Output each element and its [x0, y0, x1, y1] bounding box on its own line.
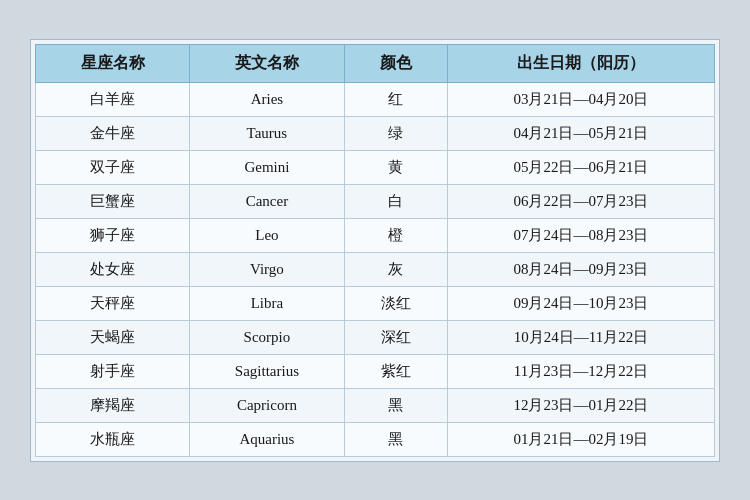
cell-chinese-name: 金牛座: [36, 116, 190, 150]
table-row: 双子座Gemini黄05月22日—06月21日: [36, 150, 715, 184]
cell-date: 11月23日—12月22日: [447, 354, 714, 388]
zodiac-table-container: 星座名称 英文名称 颜色 出生日期（阳历） 白羊座Aries红03月21日—04…: [30, 39, 720, 462]
table-row: 巨蟹座Cancer白06月22日—07月23日: [36, 184, 715, 218]
cell-date: 03月21日—04月20日: [447, 82, 714, 116]
cell-date: 06月22日—07月23日: [447, 184, 714, 218]
cell-english-name: Gemini: [190, 150, 344, 184]
cell-date: 12月23日—01月22日: [447, 388, 714, 422]
table-row: 狮子座Leo橙07月24日—08月23日: [36, 218, 715, 252]
table-row: 金牛座Taurus绿04月21日—05月21日: [36, 116, 715, 150]
cell-chinese-name: 双子座: [36, 150, 190, 184]
table-body: 白羊座Aries红03月21日—04月20日金牛座Taurus绿04月21日—0…: [36, 82, 715, 456]
cell-chinese-name: 处女座: [36, 252, 190, 286]
cell-date: 08月24日—09月23日: [447, 252, 714, 286]
cell-english-name: Virgo: [190, 252, 344, 286]
table-row: 天蝎座Scorpio深红10月24日—11月22日: [36, 320, 715, 354]
cell-english-name: Libra: [190, 286, 344, 320]
cell-english-name: Sagittarius: [190, 354, 344, 388]
table-row: 水瓶座Aquarius黑01月21日—02月19日: [36, 422, 715, 456]
cell-english-name: Aquarius: [190, 422, 344, 456]
header-color: 颜色: [344, 44, 447, 82]
cell-color: 黑: [344, 388, 447, 422]
cell-chinese-name: 摩羯座: [36, 388, 190, 422]
cell-color: 深红: [344, 320, 447, 354]
cell-date: 05月22日—06月21日: [447, 150, 714, 184]
cell-english-name: Aries: [190, 82, 344, 116]
cell-chinese-name: 水瓶座: [36, 422, 190, 456]
cell-english-name: Taurus: [190, 116, 344, 150]
cell-color: 红: [344, 82, 447, 116]
table-row: 摩羯座Capricorn黑12月23日—01月22日: [36, 388, 715, 422]
cell-color: 黄: [344, 150, 447, 184]
cell-chinese-name: 天秤座: [36, 286, 190, 320]
cell-color: 白: [344, 184, 447, 218]
zodiac-table: 星座名称 英文名称 颜色 出生日期（阳历） 白羊座Aries红03月21日—04…: [35, 44, 715, 457]
cell-chinese-name: 狮子座: [36, 218, 190, 252]
cell-chinese-name: 巨蟹座: [36, 184, 190, 218]
table-header-row: 星座名称 英文名称 颜色 出生日期（阳历）: [36, 44, 715, 82]
header-date: 出生日期（阳历）: [447, 44, 714, 82]
cell-color: 绿: [344, 116, 447, 150]
cell-english-name: Cancer: [190, 184, 344, 218]
cell-date: 04月21日—05月21日: [447, 116, 714, 150]
table-row: 天秤座Libra淡红09月24日—10月23日: [36, 286, 715, 320]
table-row: 处女座Virgo灰08月24日—09月23日: [36, 252, 715, 286]
header-english-name: 英文名称: [190, 44, 344, 82]
cell-color: 淡红: [344, 286, 447, 320]
cell-color: 紫红: [344, 354, 447, 388]
cell-chinese-name: 天蝎座: [36, 320, 190, 354]
cell-chinese-name: 白羊座: [36, 82, 190, 116]
cell-date: 01月21日—02月19日: [447, 422, 714, 456]
cell-date: 07月24日—08月23日: [447, 218, 714, 252]
cell-english-name: Capricorn: [190, 388, 344, 422]
table-row: 白羊座Aries红03月21日—04月20日: [36, 82, 715, 116]
cell-date: 10月24日—11月22日: [447, 320, 714, 354]
cell-color: 灰: [344, 252, 447, 286]
cell-color: 黑: [344, 422, 447, 456]
header-chinese-name: 星座名称: [36, 44, 190, 82]
cell-english-name: Scorpio: [190, 320, 344, 354]
cell-date: 09月24日—10月23日: [447, 286, 714, 320]
cell-color: 橙: [344, 218, 447, 252]
table-row: 射手座Sagittarius紫红11月23日—12月22日: [36, 354, 715, 388]
cell-chinese-name: 射手座: [36, 354, 190, 388]
cell-english-name: Leo: [190, 218, 344, 252]
